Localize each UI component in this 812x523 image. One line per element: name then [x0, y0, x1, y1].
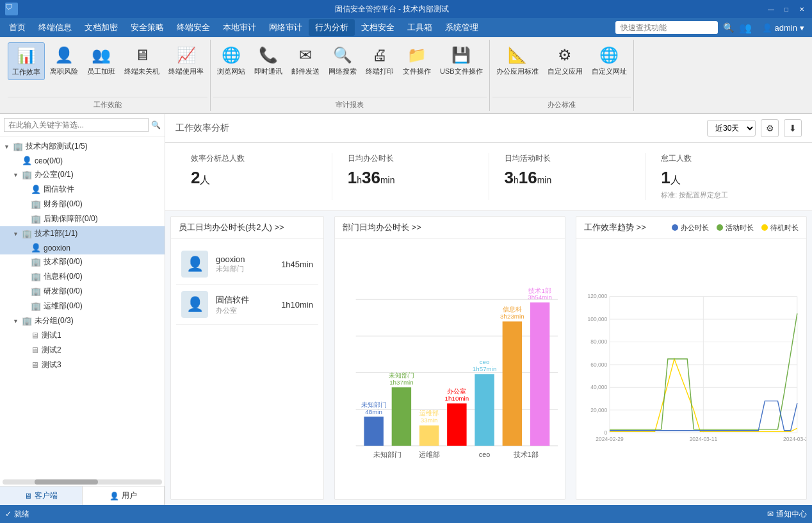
tree-item[interactable]: 🖥测试3: [0, 358, 165, 372]
toolbar-group-label: 办公标准: [492, 97, 631, 111]
title-bar: 🛡 固信安全管控平台 - 技术内部测试 — □ ✕: [0, 0, 812, 18]
sidebar-tab-用户[interactable]: 👤用户: [83, 486, 165, 505]
menu-item-终端信息[interactable]: 终端信息: [32, 19, 78, 36]
toolbar-icon: 👥: [91, 45, 111, 65]
menu-item-文档安全[interactable]: 文档安全: [355, 19, 401, 36]
tree-item[interactable]: 🏢财务部(0/0): [0, 197, 165, 212]
menu-item-终端安全[interactable]: 终端安全: [170, 19, 216, 36]
settings-icon[interactable]: ⚙: [761, 119, 779, 137]
tree-node-label: 后勤保障部(0/0): [44, 213, 98, 224]
toolbar-btn-文件操作[interactable]: 📁文件操作: [399, 42, 435, 79]
status-text: 就绪: [14, 509, 29, 520]
tree-item[interactable]: 🏢信息科(0/0): [0, 269, 165, 284]
tree-node-label: 测试2: [42, 345, 61, 356]
employee-list: 👤 gooxion 未知部门 1h45min 👤 固信软件 办公室 1h10mi…: [171, 239, 323, 330]
legend-item: 待机时长: [761, 223, 799, 233]
toolbar-btn-即时通讯[interactable]: 📞即时通讯: [250, 42, 286, 79]
tree-item[interactable]: ▼🏢技术1部(1/1): [0, 226, 165, 241]
date-select[interactable]: 近30天 近7天 近90天 自定义: [707, 120, 756, 137]
toolbar-icon: ⚙: [555, 45, 575, 65]
stat-note: 标准: 按配置界定怠工: [661, 190, 786, 200]
tree-node-label: 财务部(0/0): [44, 199, 83, 210]
toolbar-icon: ✉: [295, 45, 316, 65]
menu-search: 🔍 👥 👤 admin ▾: [615, 21, 809, 34]
download-icon[interactable]: ⬇: [784, 119, 802, 137]
tree-item[interactable]: 🏢技术部(0/0): [0, 254, 165, 269]
tree-item[interactable]: 👤ceo(0/0): [0, 154, 165, 167]
stat-label: 日均办公时长: [348, 153, 473, 164]
menu-item-系统管理[interactable]: 系统管理: [439, 19, 485, 36]
toolbar-btn-网络搜索[interactable]: 🔍网络搜索: [325, 42, 361, 79]
stats-row: 效率分析总人数2人日均办公时长1h36min日均活动时长3h16min怠工人数1…: [165, 143, 812, 211]
legend-label: 待机时长: [770, 223, 799, 233]
sidebar-scrollbar[interactable]: [3, 479, 162, 485]
menu-item-工具箱[interactable]: 工具箱: [401, 19, 439, 36]
tree-item[interactable]: ▼🏢办公室(0/1): [0, 167, 165, 182]
tree-item[interactable]: 👤gooxion: [0, 241, 165, 254]
svg-text:120,000: 120,000: [587, 293, 607, 299]
toolbar-btn-终端使用率[interactable]: 📈终端使用率: [165, 42, 207, 79]
menu-item-网络审计[interactable]: 网络审计: [263, 19, 309, 36]
tree-item[interactable]: 🖥测试2: [0, 343, 165, 358]
toolbar-label: 网络搜索: [329, 67, 357, 76]
minimize-button[interactable]: —: [766, 4, 776, 14]
menu-item-行为分析[interactable]: 行为分析: [309, 19, 355, 36]
chevron-down-icon: ▾: [800, 23, 804, 33]
employee-chart-title: 员工日均办公时长(共2人) >>: [171, 217, 323, 239]
menu-item-本地审计[interactable]: 本地审计: [216, 19, 263, 36]
toolbar-btn-终端未关机[interactable]: 🖥终端未关机: [120, 42, 163, 79]
toolbar-btn-终端打印[interactable]: 🖨终端打印: [362, 42, 398, 79]
svg-text:0: 0: [604, 429, 607, 436]
tree-item[interactable]: 👤固信软件: [0, 182, 165, 197]
maximize-button[interactable]: □: [781, 4, 792, 14]
stat-value: 1h36min: [348, 168, 473, 188]
toolbar-btn-自定义网址[interactable]: 🌐自定义网址: [588, 42, 631, 79]
toolbar-btn-USB文件操作[interactable]: 💾USB文件操作: [436, 42, 487, 79]
tree-node-label: 固信软件: [44, 184, 74, 195]
toolbar: 📊工作效率👤离职风险👥员工加班🖥终端未关机📈终端使用率工作效能🌐浏览网站📞即时通…: [0, 37, 812, 114]
search-input[interactable]: [615, 21, 718, 34]
legend-dot: [717, 224, 723, 231]
tree-item[interactable]: 🏢运维部(0/0): [0, 299, 165, 313]
menu-item-安全策略[interactable]: 安全策略: [124, 19, 170, 36]
tree-item[interactable]: ▼🏢未分组(0/3): [0, 313, 165, 328]
bar-chart-svg: 未知部门48min未知部门1h37min运维部33min办公室1h10mince…: [335, 239, 565, 499]
sidebar-search-input[interactable]: [4, 118, 149, 132]
content-panel: 工作效率分析 近30天 近7天 近90天 自定义 ⚙ ⬇ 效率分析总人数2人日均…: [165, 114, 812, 505]
line-chart-svg: 020,00040,00060,00080,000100,000120,0002…: [576, 239, 806, 499]
toolbar-btn-邮件发送[interactable]: ✉邮件发送: [288, 42, 323, 79]
tree-item[interactable]: ▼🏢技术内部测试(1/5): [0, 139, 165, 154]
tree-item[interactable]: 🏢研发部(0/0): [0, 284, 165, 299]
svg-text:40,000: 40,000: [590, 384, 607, 390]
toolbar-btn-员工加班[interactable]: 👥员工加班: [83, 42, 119, 79]
user-menu[interactable]: 👤 admin ▾: [757, 23, 809, 33]
tree-item[interactable]: 🖥测试1: [0, 328, 165, 343]
svg-text:20,000: 20,000: [590, 407, 607, 413]
toolbar-btn-离职风险[interactable]: 👤离职风险: [46, 42, 82, 79]
toolbar-btn-办公应用标准[interactable]: 📐办公应用标准: [492, 42, 542, 79]
svg-text:未知部门: 未知部门: [373, 451, 402, 458]
tree-node-label: gooxion: [44, 244, 70, 253]
svg-text:ceo: ceo: [480, 358, 490, 365]
tree-node-label: 技术部(0/0): [44, 256, 83, 267]
svg-text:48min: 48min: [365, 408, 382, 415]
legend-item: 活动时长: [717, 223, 754, 233]
tree-node-icon: 🏢: [22, 170, 32, 179]
toolbar-btn-自定义应用[interactable]: ⚙自定义应用: [544, 42, 587, 79]
toolbar-btn-浏览网站[interactable]: 🌐浏览网站: [213, 42, 249, 79]
stat-item-1: 日均办公时长1h36min: [332, 153, 489, 200]
notification-label: 通知中心: [776, 509, 807, 520]
tree-node-icon: 🏢: [31, 199, 41, 209]
user-label: admin: [775, 23, 797, 33]
close-button[interactable]: ✕: [797, 4, 807, 14]
toolbar-label: 员工加班: [87, 67, 115, 76]
menu-item-文档加密[interactable]: 文档加密: [78, 19, 124, 36]
bar-rect: [475, 374, 494, 446]
tree-item[interactable]: 🏢后勤保障部(0/0): [0, 212, 165, 226]
sidebar-tab-客户端[interactable]: 🖥客户端: [0, 486, 83, 505]
tree-node-label: 信息科(0/0): [44, 271, 83, 282]
menu-item-首页[interactable]: 首页: [3, 19, 32, 36]
toolbar-btn-工作效率[interactable]: 📊工作效率: [8, 42, 45, 80]
bar-rect: [392, 387, 411, 445]
stat-item-2: 日均活动时长3h16min: [489, 153, 646, 200]
